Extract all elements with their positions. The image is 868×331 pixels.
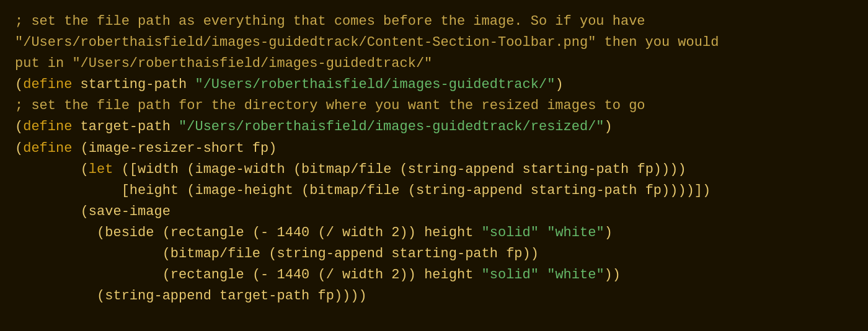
code-token-define-kw: define <box>23 141 72 156</box>
code-token-paren: ( <box>400 162 408 177</box>
code-token-paren: ( <box>162 246 170 262</box>
code-token-builtin: string-append <box>408 162 515 177</box>
code-token-identifier <box>539 267 547 283</box>
code-token-paren: ( <box>97 288 105 304</box>
code-token-string: "/Users/roberthaisfield/images-guidedtra… <box>179 119 604 135</box>
code-token-identifier <box>113 162 121 177</box>
code-token-identifier <box>15 267 162 283</box>
code-token-paren: ( <box>15 119 23 135</box>
code-token-identifier <box>154 225 162 241</box>
code-token-paren: ( <box>187 183 195 198</box>
code-token-identifier: starting-path <box>72 77 195 92</box>
code-token-paren: )) <box>604 267 621 283</box>
code-token-bracket: ([ <box>122 162 138 177</box>
code-token-paren: )))) <box>334 288 367 304</box>
code-token-identifier <box>244 267 252 283</box>
code-token-builtin: string-append <box>277 246 383 262</box>
code-token-paren: ( <box>162 267 170 283</box>
code-token-identifier <box>260 246 268 262</box>
code-token-identifier <box>15 162 81 177</box>
code-token-identifier <box>15 204 81 219</box>
code-token-identifier: width <box>138 162 187 177</box>
code-token-identifier <box>539 225 547 241</box>
code-token-identifier: height <box>416 225 482 241</box>
code-token-paren: ( <box>252 225 260 241</box>
code-token-identifier: - 1440 <box>260 267 317 283</box>
code-token-builtin: beside <box>105 225 154 241</box>
code-token-string: "white" <box>547 267 604 283</box>
code-line: "/Users/roberthaisfield/images-guidedtra… <box>15 32 853 53</box>
code-token-paren: )) <box>400 225 416 241</box>
code-token-identifier: starting-path fp <box>523 183 662 198</box>
code-token-paren: ) <box>268 141 277 156</box>
code-token-paren: ( <box>187 162 195 177</box>
code-line: (save-image <box>15 201 853 223</box>
code-token-paren: ( <box>268 246 277 262</box>
code-token-comment: ; set the file path for the directory wh… <box>15 98 645 113</box>
code-token-identifier <box>400 183 408 198</box>
code-token-builtin: save-image <box>89 204 170 219</box>
code-token-paren: ( <box>318 225 326 241</box>
code-token-paren: ( <box>81 162 89 177</box>
code-token-paren: )) <box>523 246 539 262</box>
code-token-fn-name: image-resizer-short <box>89 141 244 156</box>
code-token-builtin: string-append <box>416 183 523 198</box>
code-token-identifier: height <box>416 267 482 283</box>
code-token-paren: ( <box>15 141 23 156</box>
code-token-define-kw: define <box>23 119 72 135</box>
code-token-identifier: starting-path fp <box>383 246 522 262</box>
code-token-identifier: target-path fp <box>211 288 334 304</box>
code-line: (let ([width (image-width (bitmap/file (… <box>15 159 853 180</box>
code-token-builtin: image-width <box>195 162 285 177</box>
code-line: (bitmap/file (string-append starting-pat… <box>15 244 853 265</box>
code-token-paren: ( <box>81 204 89 219</box>
code-line: put in "/Users/roberthaisfield/images-gu… <box>15 53 853 74</box>
code-token-identifier <box>15 246 162 262</box>
code-token-identifier <box>15 288 97 304</box>
code-token-identifier <box>285 162 293 177</box>
code-token-identifier: fp <box>244 141 269 156</box>
code-token-define-kw: define <box>23 77 72 92</box>
code-token-identifier <box>15 225 97 241</box>
code-token-identifier: starting-path fp <box>514 162 653 177</box>
code-token-identifier <box>244 225 252 241</box>
code-token-comment: "/Users/roberthaisfield/images-guidedtra… <box>15 35 719 50</box>
code-token-string: "solid" <box>482 267 539 283</box>
code-token-identifier <box>15 183 122 198</box>
code-token-paren: )))) <box>662 183 694 198</box>
code-token-paren: ( <box>301 183 309 198</box>
code-token-paren: ( <box>162 225 170 241</box>
code-token-comment: put in "/Users/roberthaisfield/images-gu… <box>15 56 432 71</box>
code-token-bracket: ]) <box>694 183 711 198</box>
code-line: (define target-path "/Users/roberthaisfi… <box>15 117 853 138</box>
code-token-paren: ( <box>81 141 89 156</box>
code-token-identifier: / width 2 <box>326 267 400 283</box>
code-token-identifier <box>72 141 80 156</box>
code-token-paren: ( <box>293 162 301 177</box>
code-token-paren: ( <box>15 77 23 92</box>
code-token-builtin: rectangle <box>170 267 244 283</box>
code-line: [height (image-height (bitmap/file (stri… <box>15 180 853 201</box>
code-token-string: "white" <box>547 225 604 241</box>
code-line: ; set the file path as everything that c… <box>15 11 853 32</box>
code-token-paren: )))) <box>653 162 686 177</box>
code-token-builtin: bitmap/file <box>309 183 399 198</box>
code-token-paren: )) <box>400 267 416 283</box>
code-token-bracket: [ <box>122 183 130 198</box>
code-line: (string-append target-path fp)))) <box>15 286 853 307</box>
code-token-paren: ) <box>555 77 563 92</box>
code-token-paren: ( <box>408 183 416 198</box>
code-token-builtin: string-append <box>105 288 211 304</box>
code-token-identifier: / width 2 <box>326 225 400 241</box>
code-token-paren: ( <box>97 225 105 241</box>
code-token-identifier <box>391 162 399 177</box>
code-token-string: "/Users/roberthaisfield/images-guidedtra… <box>195 77 555 92</box>
code-line: (rectangle (- 1440 (/ width 2)) height "… <box>15 265 853 286</box>
code-token-builtin: rectangle <box>170 225 244 241</box>
code-token-identifier: - 1440 <box>260 225 317 241</box>
code-token-identifier: target-path <box>72 119 179 135</box>
code-line: (beside (rectangle (- 1440 (/ width 2)) … <box>15 223 853 244</box>
code-editor: ; set the file path as everything that c… <box>15 11 853 307</box>
code-token-identifier: height <box>130 183 187 198</box>
code-token-string: "solid" <box>482 225 539 241</box>
